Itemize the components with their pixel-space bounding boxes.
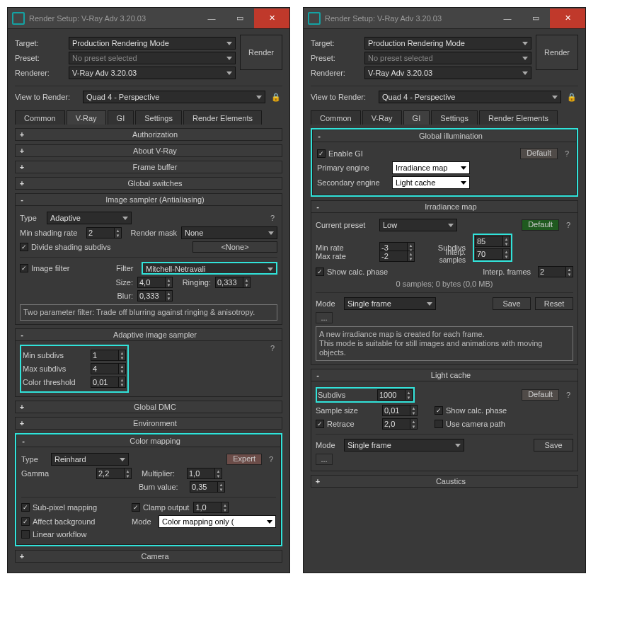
multiplier-spinner[interactable]: ▲▼ [187, 468, 222, 479]
rollout-frame-buffer[interactable]: +Frame buffer [15, 161, 282, 173]
titlebar[interactable]: Render Setup: V-Ray Adv 3.20.03 — ▭ ✕ [8, 8, 289, 29]
close-button[interactable]: ✕ [550, 8, 585, 28]
tab-render-elements[interactable]: Render Elements [183, 110, 262, 125]
affect-background-checkbox[interactable]: ✓Affect background [21, 517, 127, 526]
lc-subdivs-spinner[interactable]: ▲▼ [377, 389, 413, 401]
help-icon[interactable]: ? [563, 391, 573, 399]
ringing-spinner[interactable]: ▲▼ [215, 277, 251, 288]
rollout-image-sampler[interactable]: -Image sampler (Antialiasing) [15, 193, 282, 206]
tab-vray[interactable]: V-Ray [67, 110, 106, 125]
image-filter-checkbox[interactable]: ✓Image filter [20, 264, 112, 272]
sample-size-spinner[interactable]: ▲▼ [382, 405, 418, 416]
im-reset-button[interactable]: Reset [535, 297, 573, 310]
rollout-color-mapping[interactable]: -Color mapping [16, 435, 281, 447]
lc-browse-button[interactable]: ... [316, 454, 333, 465]
minimize-button[interactable]: — [197, 8, 226, 28]
rollout-adaptive-sampler[interactable]: -Adaptive image sampler [15, 328, 282, 341]
target-combo[interactable]: Production Rendering Mode [69, 37, 236, 50]
divide-shading-checkbox[interactable]: ✓Divide shading subdivs [20, 243, 111, 251]
cmap-type-combo[interactable]: Reinhard [51, 453, 129, 466]
help-icon[interactable]: ? [563, 221, 573, 229]
tab-settings[interactable]: Settings [135, 110, 182, 125]
tab-common[interactable]: Common [15, 110, 65, 125]
view-combo[interactable]: Quad 4 - Perspective [379, 91, 561, 103]
help-icon[interactable]: ? [268, 344, 277, 352]
tab-vray[interactable]: V-Ray [362, 110, 402, 125]
render-button[interactable]: Render [536, 35, 578, 70]
im-subdivs-spinner[interactable]: ▲▼ [475, 236, 510, 247]
tab-settings[interactable]: Settings [431, 110, 478, 125]
maximize-button[interactable]: ▭ [522, 8, 550, 28]
rollout-global-dmc[interactable]: +Global DMC [15, 401, 282, 413]
preset-combo[interactable]: No preset selected [364, 52, 531, 64]
rollout-irradiance-map[interactable]: -Irradiance map [311, 200, 578, 213]
secondary-engine-combo[interactable]: Light cache [392, 176, 470, 189]
lc-show-calc-checkbox[interactable]: ✓Show calc. phase [435, 406, 507, 415]
im-mode-combo[interactable]: Single frame [344, 297, 436, 310]
cmap-mode-combo[interactable]: Color mapping only ( [159, 515, 276, 528]
mask-none-button[interactable]: <None> [192, 241, 277, 253]
expert-button[interactable]: Expert [226, 454, 262, 465]
linear-workflow-checkbox[interactable]: Linear workflow [21, 530, 86, 539]
close-button[interactable]: ✕ [254, 8, 289, 28]
tab-common[interactable]: Common [311, 110, 361, 125]
preset-combo[interactable]: No preset selected [69, 52, 236, 64]
target-combo[interactable]: Production Rendering Mode [364, 37, 531, 50]
retrace-spinner[interactable]: ▲▼ [382, 418, 418, 430]
help-icon[interactable]: ? [562, 149, 572, 158]
gi-default-button[interactable]: Default [520, 148, 558, 159]
im-browse-button[interactable]: ... [316, 312, 333, 323]
filter-size-spinner[interactable]: ▲▼ [137, 277, 173, 288]
minimize-button[interactable]: — [493, 8, 522, 28]
rollout-about[interactable]: +About V-Ray [15, 144, 282, 157]
clamp-output-checkbox[interactable]: ✓Clamp output [132, 503, 189, 512]
min-subdivs-spinner[interactable]: ▲▼ [91, 350, 126, 361]
view-combo[interactable]: Quad 4 - Perspective [83, 91, 265, 103]
im-save-button[interactable]: Save [493, 297, 531, 310]
titlebar[interactable]: Render Setup: V-Ray Adv 3.20.03 — ▭ ✕ [304, 8, 585, 29]
rollout-global-illumination[interactable]: -Global illumination [312, 130, 577, 142]
help-icon[interactable]: ? [266, 455, 276, 464]
rollout-light-cache[interactable]: -Light cache [311, 369, 578, 381]
lock-icon[interactable]: 🔒 [270, 91, 282, 103]
interp-samples-spinner[interactable]: ▲▼ [475, 248, 510, 260]
burn-value-spinner[interactable]: ▲▼ [190, 481, 225, 493]
help-icon[interactable]: ? [268, 214, 277, 222]
clamp-value-spinner[interactable]: ▲▼ [193, 502, 229, 513]
sampler-type-combo[interactable]: Adaptive [47, 212, 132, 224]
rollout-camera[interactable]: +Camera [15, 550, 282, 563]
maximize-button[interactable]: ▭ [226, 8, 254, 28]
show-calc-phase-checkbox[interactable]: ✓Show calc. phase [316, 268, 388, 276]
enable-gi-checkbox[interactable]: ✓Enable GI [317, 149, 363, 158]
blur-spinner[interactable]: ▲▼ [137, 290, 173, 301]
lc-save-button[interactable]: Save [534, 439, 573, 452]
tab-gi[interactable]: GI [108, 110, 134, 125]
rollout-caustics[interactable]: +Caustics [311, 475, 578, 488]
renderer-combo[interactable]: V-Ray Adv 3.20.03 [364, 67, 531, 79]
app-icon [304, 8, 325, 29]
current-preset-combo[interactable]: Low [379, 219, 457, 231]
sub-pixel-mapping-checkbox[interactable]: ✓Sub-pixel mapping [21, 503, 127, 512]
gamma-spinner[interactable]: ▲▼ [96, 468, 132, 479]
filter-combo[interactable]: Mitchell-Netravali [142, 262, 277, 275]
lc-default-button[interactable]: Default [522, 389, 559, 401]
max-rate-spinner[interactable]: ▲▼ [379, 251, 415, 262]
render-mask-combo[interactable]: None [181, 226, 277, 239]
tab-gi[interactable]: GI [403, 110, 430, 125]
color-threshold-spinner[interactable]: ▲▼ [91, 376, 126, 388]
lc-mode-combo[interactable]: Single frame [344, 439, 464, 452]
max-subdivs-spinner[interactable]: ▲▼ [91, 363, 126, 374]
rollout-environment[interactable]: +Environment [15, 417, 282, 430]
rollout-global-switches[interactable]: +Global switches [15, 177, 282, 190]
use-camera-path-checkbox[interactable]: Use camera path [435, 420, 505, 428]
renderer-combo[interactable]: V-Ray Adv 3.20.03 [69, 67, 236, 79]
im-default-button[interactable]: Default [522, 219, 559, 231]
retrace-checkbox[interactable]: ✓Retrace [316, 420, 378, 428]
primary-engine-combo[interactable]: Irradiance map [392, 161, 470, 174]
interp-frames-spinner[interactable]: ▲▼ [538, 266, 573, 277]
tab-render-elements[interactable]: Render Elements [479, 110, 558, 125]
min-shading-rate-spinner[interactable]: ▲▼ [86, 227, 122, 238]
rollout-authorization[interactable]: +Authorization [15, 128, 282, 141]
lock-icon[interactable]: 🔒 [565, 91, 578, 103]
render-button[interactable]: Render [240, 35, 282, 70]
